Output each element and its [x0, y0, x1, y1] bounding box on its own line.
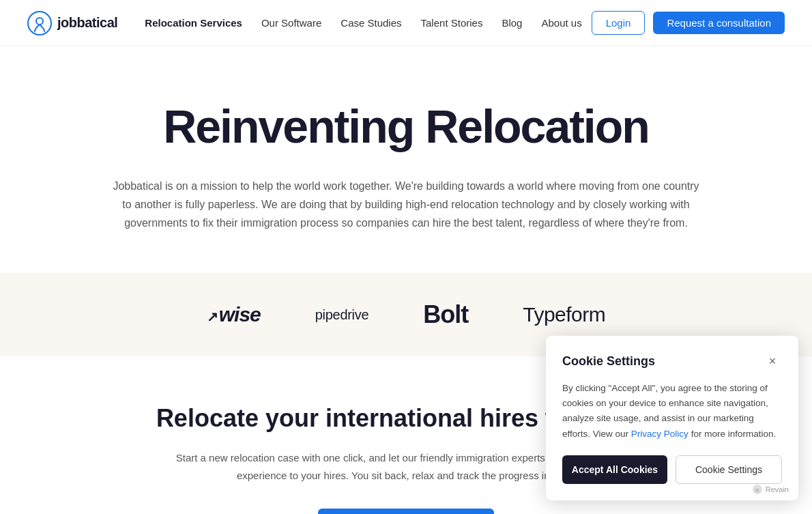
revain-watermark: R Revain: [752, 484, 789, 495]
nav-talent-stories[interactable]: Talent Stories: [421, 17, 483, 29]
jobbatical-logo-icon: [27, 11, 52, 35]
logo-text: jobbatical: [57, 15, 117, 31]
revain-icon: R: [752, 484, 763, 495]
typeform-logo: Typeform: [523, 303, 605, 326]
nav-relocation-services[interactable]: Relocation Services: [145, 17, 242, 29]
hero-title: Reinventing Relocation: [27, 101, 785, 152]
wise-logo: ↗wise: [207, 303, 261, 326]
cookie-modal-header: Cookie Settings ×: [562, 352, 782, 371]
nav-about-us[interactable]: About us: [541, 17, 581, 29]
svg-point-1: [36, 18, 43, 25]
logo-link[interactable]: jobbatical: [27, 11, 117, 35]
cookie-modal: Cookie Settings × By clicking "Accept Al…: [546, 336, 798, 500]
privacy-policy-link[interactable]: Privacy Policy: [631, 429, 688, 439]
bolt-logo: Bolt: [423, 300, 468, 329]
nav-actions: Login Request a consultation: [592, 11, 785, 35]
cookie-modal-title: Cookie Settings: [562, 354, 655, 369]
pipedrive-logo: pipedrive: [315, 307, 368, 323]
nav-our-software[interactable]: Our Software: [261, 17, 321, 29]
svg-text:R: R: [755, 487, 759, 494]
main-nav: jobbatical Relocation Services Our Softw…: [0, 0, 812, 46]
hero-section: Reinventing Relocation Jobbatical is on …: [0, 46, 812, 273]
nav-blog[interactable]: Blog: [502, 17, 522, 29]
nav-case-studies[interactable]: Case Studies: [340, 17, 401, 29]
nav-links: Relocation Services Our Software Case St…: [145, 17, 591, 29]
svg-point-0: [28, 12, 51, 35]
login-button[interactable]: Login: [592, 11, 646, 35]
request-consultation-button[interactable]: Request a consultation: [653, 12, 785, 34]
cookie-close-button[interactable]: ×: [763, 352, 782, 371]
hero-description: Jobbatical is on a mission to help the w…: [109, 177, 703, 233]
cookie-modal-body: By clicking "Accept All", you agree to t…: [562, 381, 782, 442]
accept-all-cookies-button[interactable]: Accept All Cookies: [562, 455, 667, 484]
cookie-modal-actions: Accept All Cookies Cookie Settings: [562, 455, 782, 484]
cookie-settings-button[interactable]: Cookie Settings: [676, 455, 782, 484]
book-consultation-button[interactable]: Book a Free Consultation: [318, 509, 494, 514]
wise-arrow-icon: ↗: [207, 309, 218, 324]
